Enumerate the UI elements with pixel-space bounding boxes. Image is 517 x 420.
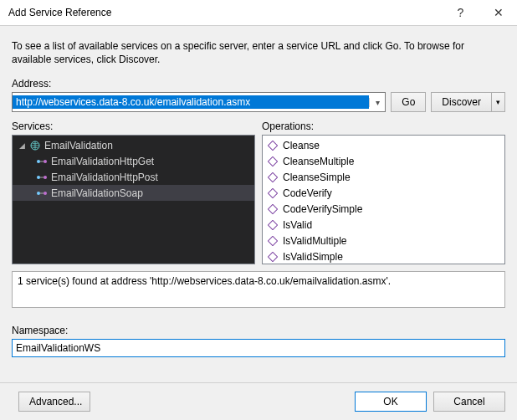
- services-pane: Services: ◢ EmailValidation EmailValidat…: [12, 120, 255, 264]
- operation-label: CodeVerifySimple: [283, 203, 362, 215]
- method-icon: [268, 236, 278, 246]
- tree-root-label: EmailValidation: [44, 140, 113, 151]
- endpoint-icon: [36, 156, 48, 167]
- svg-rect-14: [268, 252, 277, 261]
- status-box: 1 service(s) found at address 'http://we…: [12, 271, 505, 308]
- help-button[interactable]: ?: [442, 0, 479, 25]
- method-icon: [268, 172, 278, 182]
- svg-rect-8: [268, 156, 277, 166]
- method-icon: [268, 156, 278, 166]
- namespace-input[interactable]: [12, 339, 505, 357]
- svg-rect-11: [268, 204, 277, 213]
- close-button[interactable]: ✕: [479, 0, 517, 25]
- operation-label: CleanseSimple: [283, 172, 351, 183]
- svg-rect-10: [268, 188, 277, 197]
- dialog: Add Service Reference ? ✕ To see a list …: [0, 0, 517, 420]
- content: To see a list of available services on a…: [0, 26, 517, 382]
- namespace-label: Namespace:: [12, 325, 505, 336]
- expand-icon[interactable]: ◢: [18, 141, 26, 150]
- ok-button[interactable]: OK: [355, 392, 427, 412]
- address-label: Address:: [12, 78, 505, 90]
- titlebar: Add Service Reference ? ✕: [0, 0, 517, 26]
- tree-child-label: EmailValidationHttpPost: [51, 172, 158, 183]
- cancel-button[interactable]: Cancel: [433, 392, 505, 412]
- globe-icon: [29, 140, 41, 151]
- operations-label: Operations:: [262, 120, 505, 132]
- operation-label: IsValidSimple: [283, 251, 343, 263]
- address-combobox[interactable]: ▾: [12, 92, 386, 112]
- svg-point-6: [44, 192, 47, 195]
- operation-item[interactable]: IsValid: [263, 217, 504, 233]
- operation-item[interactable]: Cleanse: [263, 137, 504, 153]
- svg-rect-13: [268, 236, 277, 245]
- operation-item[interactable]: CleanseSimple: [263, 169, 504, 185]
- services-tree[interactable]: ◢ EmailValidation EmailValidationHttpGet…: [12, 135, 255, 264]
- operation-label: CleanseMultiple: [283, 156, 354, 167]
- footer: Advanced... OK Cancel: [0, 382, 517, 420]
- discover-dropdown[interactable]: ▾: [492, 92, 505, 112]
- advanced-button[interactable]: Advanced...: [18, 392, 90, 412]
- operation-item[interactable]: CodeVerify: [263, 185, 504, 201]
- tree-root[interactable]: ◢ EmailValidation: [13, 137, 254, 153]
- dialog-title: Add Service Reference: [0, 7, 442, 18]
- operation-item[interactable]: IsValidSimple: [263, 248, 504, 264]
- endpoint-icon: [36, 172, 48, 183]
- svg-point-5: [37, 192, 40, 195]
- tree-child-label: EmailValidationHttpGet: [51, 156, 154, 167]
- method-icon: [268, 252, 278, 262]
- discover-splitbutton[interactable]: Discover ▾: [431, 92, 505, 112]
- discover-button[interactable]: Discover: [431, 92, 492, 112]
- svg-point-3: [37, 176, 40, 179]
- operations-list[interactable]: CleanseCleanseMultipleCleanseSimpleCodeV…: [262, 135, 505, 264]
- tree-child[interactable]: EmailValidationHttpPost: [13, 169, 254, 185]
- method-icon: [268, 204, 278, 214]
- svg-point-2: [44, 160, 47, 163]
- operations-pane: Operations: CleanseCleanseMultipleCleans…: [262, 120, 505, 264]
- operation-item[interactable]: CleanseMultiple: [263, 153, 504, 169]
- operation-item[interactable]: CodeVerifySimple: [263, 201, 504, 217]
- operation-label: CodeVerify: [283, 187, 332, 199]
- method-icon: [268, 188, 278, 198]
- svg-point-1: [37, 160, 40, 163]
- method-icon: [268, 141, 278, 151]
- go-button[interactable]: Go: [391, 92, 426, 112]
- svg-rect-12: [268, 220, 277, 229]
- method-icon: [268, 220, 278, 230]
- address-input[interactable]: [13, 95, 369, 109]
- intro-text: To see a list of available services on a…: [12, 39, 505, 66]
- svg-rect-7: [268, 141, 277, 150]
- operation-label: Cleanse: [283, 140, 320, 151]
- endpoint-icon: [36, 187, 48, 199]
- address-dropdown-icon[interactable]: ▾: [369, 98, 385, 107]
- operation-item[interactable]: IsValidMultiple: [263, 233, 504, 248]
- operation-label: IsValid: [283, 219, 312, 231]
- tree-child[interactable]: EmailValidationSoap: [13, 185, 254, 201]
- tree-child-label: EmailValidationSoap: [51, 187, 143, 199]
- operation-label: IsValidMultiple: [283, 235, 346, 247]
- svg-point-4: [44, 176, 47, 179]
- services-label: Services:: [12, 120, 255, 132]
- tree-child[interactable]: EmailValidationHttpGet: [13, 153, 254, 169]
- svg-rect-9: [268, 172, 277, 182]
